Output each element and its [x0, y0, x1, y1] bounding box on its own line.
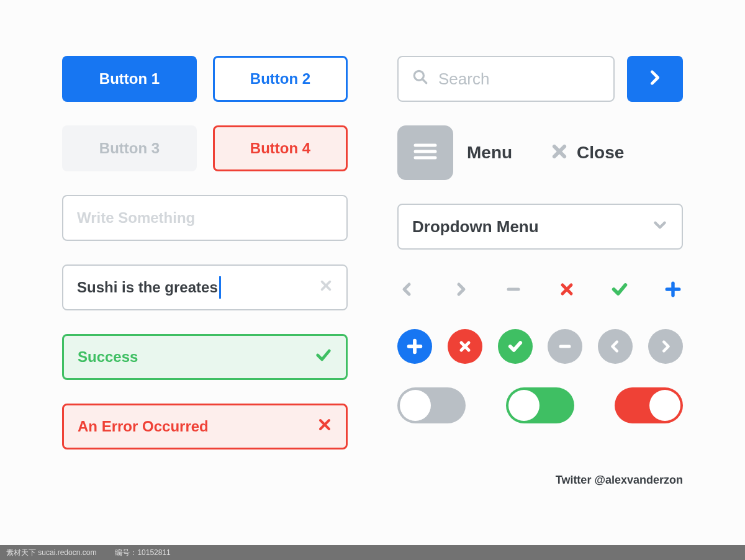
text-cursor: [219, 276, 221, 299]
svg-line-1: [422, 79, 427, 83]
search-icon: [412, 69, 428, 89]
close-circle-button[interactable]: [448, 329, 482, 364]
check-icon[interactable]: [610, 279, 630, 299]
toggle-red[interactable]: [615, 387, 683, 423]
error-label: An Error Occurred: [78, 418, 209, 435]
credit-text: Twitter @alexvanderzon: [556, 474, 683, 487]
success-status: Success: [62, 334, 348, 380]
minus-circle-button[interactable]: [548, 329, 582, 364]
close-button[interactable]: Close: [551, 143, 624, 163]
chevron-right-icon: [659, 340, 672, 353]
footer-id: 编号：10152811: [115, 548, 170, 558]
dropdown-menu[interactable]: Dropdown Menu: [397, 204, 683, 250]
button-row-2: Button 3 Button 4: [62, 125, 348, 171]
write-placeholder: Write Something: [77, 209, 195, 227]
button-4-label: Button 4: [250, 140, 310, 157]
menu-row: Menu Close: [397, 125, 683, 180]
typed-value: Sushi is the greates: [77, 279, 218, 296]
minus-icon: [558, 339, 572, 354]
close-label: Close: [577, 143, 624, 163]
next-circle-button[interactable]: [648, 329, 683, 364]
toggle-knob: [400, 390, 431, 421]
hamburger-icon: [413, 142, 438, 164]
toggle-green[interactable]: [506, 387, 574, 423]
success-label: Success: [78, 348, 138, 366]
check-circle-button[interactable]: [498, 329, 533, 364]
search-row: Search: [397, 56, 683, 102]
button-2-label: Button 2: [250, 70, 310, 88]
toggle-knob: [508, 390, 540, 421]
toggle-off[interactable]: [397, 387, 466, 423]
chevron-left-icon[interactable]: [397, 279, 417, 299]
icon-row: [397, 273, 683, 305]
chevron-down-icon: [652, 217, 668, 237]
search-placeholder: Search: [438, 70, 489, 89]
toggle-row: [397, 387, 683, 423]
button-3[interactable]: Button 3: [62, 125, 197, 171]
footer-id-label: 编号：: [115, 548, 137, 557]
footer-id-value: 10152811: [137, 548, 170, 557]
button-2[interactable]: Button 2: [213, 56, 348, 102]
button-3-label: Button 3: [99, 140, 160, 157]
search-input[interactable]: Search: [397, 56, 615, 102]
x-icon[interactable]: [557, 279, 577, 299]
x-icon: [458, 339, 472, 354]
typed-input[interactable]: Sushi is the greates: [62, 264, 348, 310]
dropdown-label: Dropdown Menu: [412, 217, 539, 237]
button-1-label: Button 1: [99, 70, 160, 88]
watermark-footer: 素材天下 sucai.redocn.com 编号：10152811: [0, 545, 745, 560]
error-status: An Error Occurred: [62, 404, 348, 449]
chevron-left-icon: [608, 340, 622, 353]
go-button[interactable]: [627, 56, 683, 102]
plus-icon[interactable]: [663, 279, 683, 299]
menu-button[interactable]: [397, 125, 453, 180]
add-circle-button[interactable]: [397, 329, 432, 364]
menu-label: Menu: [467, 143, 512, 163]
footer-site: 素材天下 sucai.redocn.com: [6, 548, 96, 558]
circle-icon-row: [397, 329, 683, 364]
x-icon: [317, 417, 332, 436]
check-icon: [507, 338, 524, 355]
left-column: Button 1 Button 2 Button 3 Button 4 Writ…: [62, 56, 348, 449]
chevron-right-icon[interactable]: [451, 279, 471, 299]
prev-circle-button[interactable]: [598, 329, 633, 364]
plus-icon: [406, 338, 423, 355]
clear-icon[interactable]: [319, 279, 333, 296]
chevron-right-icon: [646, 69, 664, 89]
toggle-knob: [649, 390, 680, 421]
write-input[interactable]: Write Something: [62, 195, 348, 241]
button-1[interactable]: Button 1: [62, 56, 197, 102]
button-4[interactable]: Button 4: [213, 125, 348, 171]
minus-icon[interactable]: [503, 279, 523, 299]
button-row-1: Button 1 Button 2: [62, 56, 348, 102]
right-column: Search Menu Close Drop: [397, 56, 683, 449]
check-icon: [315, 346, 332, 368]
close-icon: [551, 143, 568, 163]
